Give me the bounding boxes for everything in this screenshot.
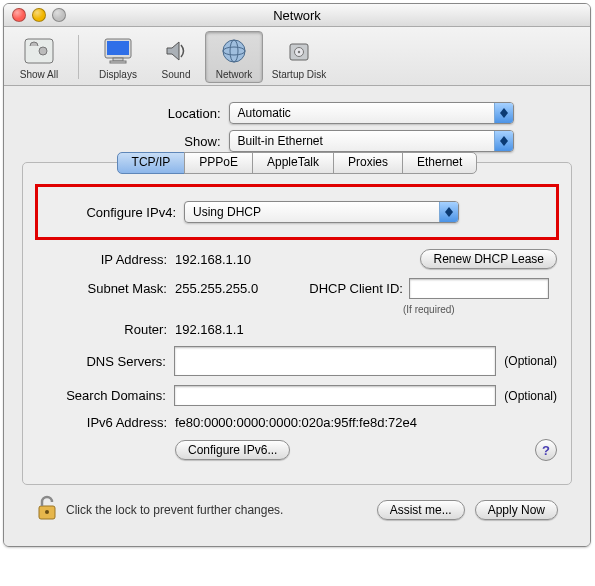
assist-me-button[interactable]: Assist me... [377, 500, 465, 520]
apply-now-button[interactable]: Apply Now [475, 500, 558, 520]
location-select[interactable]: Automatic [229, 102, 514, 124]
location-value: Automatic [238, 106, 291, 120]
show-select[interactable]: Built-in Ethernet [229, 130, 514, 152]
tab-ethernet[interactable]: Ethernet [402, 152, 477, 174]
dns-servers-field[interactable] [174, 346, 496, 376]
router-value: 192.168.1.1 [175, 322, 244, 337]
dropdown-arrows-icon [494, 131, 513, 151]
ip-address-value: 192.168.1.10 [175, 252, 420, 267]
tab-bar: TCP/IP PPPoE AppleTalk Proxies Ethernet [37, 152, 557, 174]
renew-dhcp-lease-button[interactable]: Renew DHCP Lease [420, 249, 557, 269]
show-all-icon [11, 34, 67, 68]
ipv6-address-label: IPv6 Address: [37, 415, 175, 430]
dhcp-client-id-label: DHCP Client ID: [303, 281, 409, 296]
sound-button[interactable]: Sound [147, 31, 205, 83]
displays-icon [90, 34, 146, 68]
startup-disk-icon [264, 34, 334, 68]
displays-button[interactable]: Displays [89, 31, 147, 83]
content-area: Location: Automatic Show: Built-in Ether… [4, 86, 590, 546]
tab-proxies[interactable]: Proxies [333, 152, 403, 174]
show-label: Show: [81, 134, 229, 149]
router-label: Router: [37, 322, 175, 337]
subnet-mask-value: 255.255.255.0 [175, 281, 303, 296]
svg-point-1 [39, 47, 47, 55]
configure-ipv6-button[interactable]: Configure IPv6... [175, 440, 290, 460]
dropdown-arrows-icon [494, 103, 513, 123]
settings-panel: TCP/IP PPPoE AppleTalk Proxies Ethernet … [22, 162, 572, 485]
sound-icon [148, 34, 204, 68]
displays-label: Displays [90, 69, 146, 80]
highlight-box: Configure IPv4: Using DHCP [35, 184, 559, 240]
dhcp-client-id-hint: (If required) [403, 304, 455, 315]
tab-appletalk[interactable]: AppleTalk [252, 152, 334, 174]
dhcp-client-id-field[interactable] [409, 278, 549, 299]
network-pref-window: Network Show All [3, 3, 591, 547]
footer: Click the lock to prevent further change… [22, 485, 572, 538]
toolbar-separator [78, 35, 79, 79]
startup-disk-button[interactable]: Startup Disk [263, 31, 335, 83]
svg-point-11 [298, 51, 300, 53]
titlebar: Network [4, 4, 590, 27]
help-button[interactable]: ? [535, 439, 557, 461]
tab-tcpip[interactable]: TCP/IP [117, 152, 186, 174]
network-label: Network [206, 69, 262, 80]
svg-point-6 [223, 40, 245, 62]
configure-ipv4-value: Using DHCP [193, 205, 261, 219]
svg-rect-5 [110, 61, 126, 63]
dns-optional-hint: (Optional) [496, 354, 557, 368]
search-domains-field[interactable] [174, 385, 496, 406]
network-button[interactable]: Network [205, 31, 263, 83]
search-domains-label: Search Domains: [37, 388, 174, 403]
location-label: Location: [81, 106, 229, 121]
network-icon [206, 34, 262, 68]
configure-ipv4-label: Configure IPv4: [46, 205, 184, 220]
toolbar: Show All Displays [4, 27, 590, 86]
show-all-label: Show All [11, 69, 67, 80]
window-title: Network [4, 8, 590, 23]
svg-point-13 [45, 510, 49, 514]
ipv6-address-value: fe80:0000:0000:0000:020a:95ff:fe8d:72e4 [175, 415, 417, 430]
search-optional-hint: (Optional) [496, 389, 557, 403]
show-all-button[interactable]: Show All [10, 31, 68, 83]
show-value: Built-in Ethernet [238, 134, 323, 148]
sound-label: Sound [148, 69, 204, 80]
subnet-mask-label: Subnet Mask: [37, 281, 175, 296]
startup-disk-label: Startup Disk [264, 69, 334, 80]
lock-icon[interactable] [36, 495, 58, 524]
ip-address-label: IP Address: [37, 252, 175, 267]
configure-ipv4-select[interactable]: Using DHCP [184, 201, 459, 223]
svg-rect-3 [107, 41, 129, 55]
lock-text: Click the lock to prevent further change… [66, 503, 283, 517]
dropdown-arrows-icon [439, 202, 458, 222]
dns-servers-label: DNS Servers: [37, 354, 174, 369]
tab-pppoe[interactable]: PPPoE [184, 152, 253, 174]
